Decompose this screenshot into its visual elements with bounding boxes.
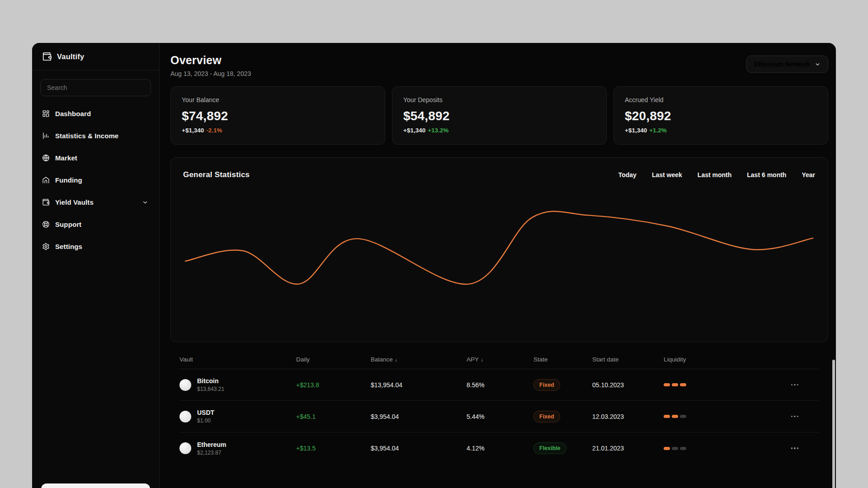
search-input[interactable] xyxy=(47,84,144,91)
vault-price: $13,643.21 xyxy=(197,386,224,392)
sidebar-item-settings[interactable]: Settings xyxy=(32,235,159,258)
delta-percent: +13.2% xyxy=(428,127,448,134)
gear-icon xyxy=(42,243,50,250)
delta-percent: -2.1% xyxy=(206,127,222,134)
grid-icon xyxy=(42,110,50,117)
stat-cards: Your Balance $74,892 +$1,340-2.1% Your D… xyxy=(170,86,828,145)
vault-name: Bitcoin xyxy=(197,377,224,385)
table-row-ethereum[interactable]: Ethereum $2,123.87 +$13.5 $3,954.04 4.12… xyxy=(179,432,819,464)
state-badge: Flexible xyxy=(533,442,566,454)
main-content: Overview Aug 13, 2023 - Aug 18, 2023 Eth… xyxy=(160,43,836,488)
state-badge: Fixed xyxy=(533,411,560,422)
liquidity-indicator xyxy=(664,447,726,450)
vault-name: Ethereum xyxy=(197,441,226,448)
col-state: State xyxy=(533,356,592,363)
vaults-table: Vault Daily Balance↓ APY↓ State Start da… xyxy=(170,350,828,464)
delta-amount: +$1,340 xyxy=(403,127,425,134)
apy-cell: 8.56% xyxy=(467,381,533,389)
col-balance[interactable]: Balance↓ xyxy=(371,356,467,363)
stat-card-balance: Your Balance $74,892 +$1,340-2.1% xyxy=(170,86,385,145)
col-daily: Daily xyxy=(296,356,371,363)
bank-icon xyxy=(42,176,50,184)
table-row-bitcoin[interactable]: Bitcoin $13,643.21 +$213.8 $13,954.04 8.… xyxy=(179,369,819,401)
col-apy[interactable]: APY↓ xyxy=(467,356,533,363)
stat-card-deposits: Your Deposits $54,892 +$1,340+13.2% xyxy=(392,86,607,145)
apy-cell: 4.12% xyxy=(467,445,533,452)
statistics-line-chart xyxy=(171,158,828,342)
balance-cell: $3,954.04 xyxy=(371,413,467,420)
col-liquidity: Liquidity xyxy=(664,356,726,363)
sort-desc-icon: ↓ xyxy=(395,357,397,363)
stat-card-yield: Accrued Yield $20,892 +$1,340+1.2% xyxy=(613,86,828,145)
sidebar-nav: Dashboard Statistics & Income Market xyxy=(32,103,159,258)
start-date-cell: 21.01.2023 xyxy=(592,445,664,452)
coin-icon xyxy=(179,411,191,422)
balance-cell: $13,954.04 xyxy=(371,381,467,389)
date-range: Aug 13, 2023 - Aug 18, 2023 xyxy=(170,70,251,77)
sidebar-item-market[interactable]: Market xyxy=(32,147,159,169)
sidebar-bottom-card[interactable] xyxy=(41,483,150,488)
sidebar: Vaultify Dashboard xyxy=(32,43,160,488)
row-menu-icon[interactable] xyxy=(791,416,799,418)
row-menu-icon[interactable] xyxy=(791,447,799,449)
liquidity-indicator xyxy=(664,415,726,418)
start-date-cell: 12.03.2023 xyxy=(592,413,664,420)
table-header: Vault Daily Balance↓ APY↓ State Start da… xyxy=(179,350,819,369)
coin-icon xyxy=(179,442,191,454)
sidebar-item-dashboard[interactable]: Dashboard xyxy=(32,103,159,125)
sidebar-item-statistics-income[interactable]: Statistics & Income xyxy=(32,125,159,147)
apy-cell: 5.44% xyxy=(467,413,533,420)
delta-amount: +$1,340 xyxy=(625,127,647,134)
chevron-down-icon[interactable] xyxy=(142,199,148,206)
logo: Vaultify xyxy=(32,43,159,70)
app-window: Vaultify Dashboard xyxy=(32,43,836,488)
delta-percent: +1.2% xyxy=(649,127,667,134)
coin-icon xyxy=(179,379,191,391)
sidebar-item-support[interactable]: Support xyxy=(32,213,159,235)
general-statistics-panel: General Statistics Today Last week Last … xyxy=(170,157,828,342)
yield-value: $20,892 xyxy=(625,109,817,123)
vault-price: $2,123.87 xyxy=(197,450,226,456)
state-badge: Fixed xyxy=(533,379,560,391)
app-title: Vaultify xyxy=(57,52,84,61)
lifebuoy-icon xyxy=(42,221,50,228)
scrollbar-thumb[interactable] xyxy=(832,360,835,488)
sidebar-item-yield-vaults[interactable]: Yield Vaults xyxy=(32,191,159,213)
page-title: Overview xyxy=(170,54,251,67)
balance-cell: $3,954.04 xyxy=(371,445,467,452)
wallet-icon xyxy=(42,52,52,61)
search-box xyxy=(40,79,151,96)
wallet-icon xyxy=(42,198,50,206)
daily-value: +$13.5 xyxy=(296,445,371,452)
chevron-down-icon xyxy=(815,61,821,67)
delta-amount: +$1,340 xyxy=(182,127,204,134)
vault-price: $1.00 xyxy=(197,418,214,424)
bar-chart-icon xyxy=(42,132,50,140)
start-date-cell: 05.10.2023 xyxy=(592,381,664,389)
liquidity-indicator xyxy=(664,383,726,386)
deposits-value: $54,892 xyxy=(403,109,595,123)
globe-icon xyxy=(42,154,50,162)
sort-desc-icon: ↓ xyxy=(481,357,483,363)
vault-name: USDT xyxy=(197,409,214,416)
main-header: Overview Aug 13, 2023 - Aug 18, 2023 Eth… xyxy=(170,54,828,77)
row-menu-icon[interactable] xyxy=(791,384,799,386)
col-vault: Vault xyxy=(179,356,296,363)
network-selector[interactable]: Ethereum Network xyxy=(746,56,828,73)
daily-value: +$45.1 xyxy=(296,413,371,420)
col-start-date: Start date xyxy=(592,356,664,363)
daily-value: +$213.8 xyxy=(296,381,371,389)
sidebar-item-funding[interactable]: Funding xyxy=(32,169,159,191)
table-row-usdt[interactable]: USDT $1.00 +$45.1 $3,954.04 5.44% Fixed … xyxy=(179,401,819,432)
balance-value: $74,892 xyxy=(182,109,374,123)
